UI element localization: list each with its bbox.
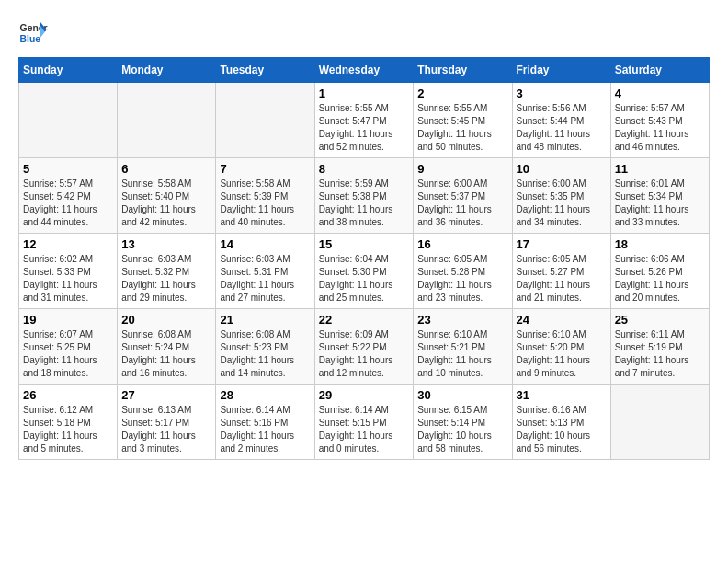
calendar-cell: 28Sunrise: 6:14 AM Sunset: 5:16 PM Dayli… bbox=[216, 385, 314, 460]
calendar-cell: 9Sunrise: 6:00 AM Sunset: 5:37 PM Daylig… bbox=[414, 158, 512, 234]
weekday-header-saturday: Saturday bbox=[610, 58, 709, 83]
day-info: Sunrise: 5:57 AM Sunset: 5:43 PM Dayligh… bbox=[615, 102, 705, 154]
calendar-cell: 12Sunrise: 6:02 AM Sunset: 5:33 PM Dayli… bbox=[19, 234, 118, 309]
calendar-cell: 5Sunrise: 5:57 AM Sunset: 5:42 PM Daylig… bbox=[19, 158, 118, 234]
day-info: Sunrise: 5:59 AM Sunset: 5:38 PM Dayligh… bbox=[319, 178, 410, 229]
svg-text:Blue: Blue bbox=[20, 34, 41, 44]
calendar-cell: 11Sunrise: 6:01 AM Sunset: 5:34 PM Dayli… bbox=[610, 158, 709, 234]
day-info: Sunrise: 6:01 AM Sunset: 5:34 PM Dayligh… bbox=[615, 178, 705, 229]
day-info: Sunrise: 6:00 AM Sunset: 5:35 PM Dayligh… bbox=[517, 178, 607, 229]
weekday-header-sunday: Sunday bbox=[19, 58, 118, 83]
day-number: 18 bbox=[615, 237, 705, 251]
calendar-cell: 24Sunrise: 6:10 AM Sunset: 5:20 PM Dayli… bbox=[512, 309, 610, 385]
day-number: 5 bbox=[23, 162, 113, 176]
calendar-cell: 31Sunrise: 6:16 AM Sunset: 5:13 PM Dayli… bbox=[512, 385, 610, 460]
weekday-header-friday: Friday bbox=[512, 58, 610, 83]
day-info: Sunrise: 6:10 AM Sunset: 5:21 PM Dayligh… bbox=[417, 328, 507, 380]
day-number: 1 bbox=[319, 86, 410, 100]
day-number: 6 bbox=[121, 162, 211, 176]
day-info: Sunrise: 6:14 AM Sunset: 5:16 PM Dayligh… bbox=[220, 404, 310, 455]
day-info: Sunrise: 6:09 AM Sunset: 5:22 PM Dayligh… bbox=[319, 328, 410, 380]
weekday-header-row: SundayMondayTuesdayWednesdayThursdayFrid… bbox=[19, 58, 710, 83]
day-number: 23 bbox=[417, 313, 507, 327]
calendar-cell: 10Sunrise: 6:00 AM Sunset: 5:35 PM Dayli… bbox=[512, 158, 610, 234]
logo: General Blue bbox=[18, 18, 48, 48]
day-number: 28 bbox=[220, 388, 310, 402]
day-info: Sunrise: 6:03 AM Sunset: 5:32 PM Dayligh… bbox=[121, 253, 211, 304]
day-number: 3 bbox=[517, 86, 607, 100]
day-number: 19 bbox=[23, 313, 113, 327]
day-info: Sunrise: 6:08 AM Sunset: 5:23 PM Dayligh… bbox=[220, 328, 310, 380]
day-info: Sunrise: 6:04 AM Sunset: 5:30 PM Dayligh… bbox=[319, 253, 410, 304]
day-number: 12 bbox=[23, 237, 113, 251]
day-number: 24 bbox=[517, 313, 607, 327]
day-info: Sunrise: 6:07 AM Sunset: 5:25 PM Dayligh… bbox=[23, 328, 113, 380]
calendar-cell bbox=[118, 83, 216, 158]
day-number: 31 bbox=[517, 388, 607, 402]
day-info: Sunrise: 6:10 AM Sunset: 5:20 PM Dayligh… bbox=[517, 328, 607, 380]
logo-icon: General Blue bbox=[18, 18, 48, 48]
calendar-cell: 8Sunrise: 5:59 AM Sunset: 5:38 PM Daylig… bbox=[314, 158, 414, 234]
calendar-week-5: 26Sunrise: 6:12 AM Sunset: 5:18 PM Dayli… bbox=[19, 385, 710, 460]
calendar-cell: 17Sunrise: 6:05 AM Sunset: 5:27 PM Dayli… bbox=[512, 234, 610, 309]
calendar-cell: 16Sunrise: 6:05 AM Sunset: 5:28 PM Dayli… bbox=[414, 234, 512, 309]
calendar-cell: 2Sunrise: 5:55 AM Sunset: 5:45 PM Daylig… bbox=[414, 83, 512, 158]
day-info: Sunrise: 6:03 AM Sunset: 5:31 PM Dayligh… bbox=[220, 253, 310, 304]
weekday-header-monday: Monday bbox=[118, 58, 216, 83]
day-number: 17 bbox=[517, 237, 607, 251]
calendar-cell: 30Sunrise: 6:15 AM Sunset: 5:14 PM Dayli… bbox=[414, 385, 512, 460]
day-number: 7 bbox=[220, 162, 310, 176]
day-info: Sunrise: 5:58 AM Sunset: 5:40 PM Dayligh… bbox=[121, 178, 211, 229]
calendar-cell: 21Sunrise: 6:08 AM Sunset: 5:23 PM Dayli… bbox=[216, 309, 314, 385]
calendar-week-4: 19Sunrise: 6:07 AM Sunset: 5:25 PM Dayli… bbox=[19, 309, 710, 385]
calendar-cell: 4Sunrise: 5:57 AM Sunset: 5:43 PM Daylig… bbox=[610, 83, 709, 158]
day-number: 21 bbox=[220, 313, 310, 327]
calendar-cell: 29Sunrise: 6:14 AM Sunset: 5:15 PM Dayli… bbox=[314, 385, 414, 460]
day-info: Sunrise: 6:11 AM Sunset: 5:19 PM Dayligh… bbox=[615, 328, 705, 380]
calendar-cell: 15Sunrise: 6:04 AM Sunset: 5:30 PM Dayli… bbox=[314, 234, 414, 309]
day-number: 2 bbox=[417, 86, 507, 100]
day-info: Sunrise: 5:56 AM Sunset: 5:44 PM Dayligh… bbox=[517, 102, 607, 154]
calendar-cell: 1Sunrise: 5:55 AM Sunset: 5:47 PM Daylig… bbox=[314, 83, 414, 158]
day-number: 26 bbox=[23, 388, 113, 402]
day-number: 10 bbox=[517, 162, 607, 176]
day-info: Sunrise: 5:55 AM Sunset: 5:45 PM Dayligh… bbox=[417, 102, 507, 154]
day-number: 25 bbox=[615, 313, 705, 327]
day-info: Sunrise: 6:05 AM Sunset: 5:27 PM Dayligh… bbox=[517, 253, 607, 304]
calendar-week-1: 1Sunrise: 5:55 AM Sunset: 5:47 PM Daylig… bbox=[19, 83, 710, 158]
day-info: Sunrise: 5:58 AM Sunset: 5:39 PM Dayligh… bbox=[220, 178, 310, 229]
day-number: 15 bbox=[319, 237, 410, 251]
day-number: 4 bbox=[615, 86, 705, 100]
day-info: Sunrise: 6:05 AM Sunset: 5:28 PM Dayligh… bbox=[417, 253, 507, 304]
day-info: Sunrise: 6:14 AM Sunset: 5:15 PM Dayligh… bbox=[319, 404, 410, 455]
calendar-cell: 3Sunrise: 5:56 AM Sunset: 5:44 PM Daylig… bbox=[512, 83, 610, 158]
calendar-cell: 26Sunrise: 6:12 AM Sunset: 5:18 PM Dayli… bbox=[19, 385, 118, 460]
day-number: 14 bbox=[220, 237, 310, 251]
day-info: Sunrise: 6:15 AM Sunset: 5:14 PM Dayligh… bbox=[417, 404, 507, 455]
weekday-header-tuesday: Tuesday bbox=[216, 58, 314, 83]
day-number: 9 bbox=[417, 162, 507, 176]
calendar-week-3: 12Sunrise: 6:02 AM Sunset: 5:33 PM Dayli… bbox=[19, 234, 710, 309]
day-info: Sunrise: 6:12 AM Sunset: 5:18 PM Dayligh… bbox=[23, 404, 113, 455]
calendar-cell: 27Sunrise: 6:13 AM Sunset: 5:17 PM Dayli… bbox=[118, 385, 216, 460]
day-number: 16 bbox=[417, 237, 507, 251]
day-number: 30 bbox=[417, 388, 507, 402]
day-info: Sunrise: 6:08 AM Sunset: 5:24 PM Dayligh… bbox=[121, 328, 211, 380]
day-number: 8 bbox=[319, 162, 410, 176]
calendar-cell: 18Sunrise: 6:06 AM Sunset: 5:26 PM Dayli… bbox=[610, 234, 709, 309]
calendar-cell: 13Sunrise: 6:03 AM Sunset: 5:32 PM Dayli… bbox=[118, 234, 216, 309]
calendar-cell bbox=[19, 83, 118, 158]
day-number: 27 bbox=[121, 388, 211, 402]
calendar-cell bbox=[216, 83, 314, 158]
calendar-table: SundayMondayTuesdayWednesdayThursdayFrid… bbox=[18, 57, 710, 460]
day-info: Sunrise: 6:13 AM Sunset: 5:17 PM Dayligh… bbox=[121, 404, 211, 455]
day-info: Sunrise: 6:16 AM Sunset: 5:13 PM Dayligh… bbox=[517, 404, 607, 455]
day-number: 22 bbox=[319, 313, 410, 327]
day-info: Sunrise: 5:57 AM Sunset: 5:42 PM Dayligh… bbox=[23, 178, 113, 229]
day-info: Sunrise: 6:00 AM Sunset: 5:37 PM Dayligh… bbox=[417, 178, 507, 229]
day-number: 20 bbox=[121, 313, 211, 327]
calendar-cell: 19Sunrise: 6:07 AM Sunset: 5:25 PM Dayli… bbox=[19, 309, 118, 385]
day-number: 29 bbox=[319, 388, 410, 402]
calendar-cell: 23Sunrise: 6:10 AM Sunset: 5:21 PM Dayli… bbox=[414, 309, 512, 385]
calendar-cell: 14Sunrise: 6:03 AM Sunset: 5:31 PM Dayli… bbox=[216, 234, 314, 309]
